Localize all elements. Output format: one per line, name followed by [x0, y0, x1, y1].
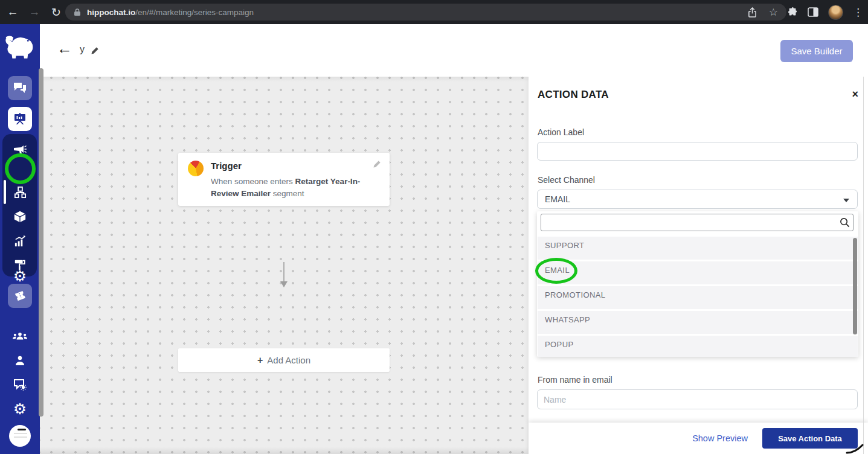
sidebar-marketing-group — [2, 134, 37, 277]
builder-topbar: ← y Save Builder — [40, 24, 868, 77]
panel-title: ACTION DATA — [538, 89, 609, 101]
canvas-scrollbar[interactable] — [39, 68, 43, 417]
save-action-data-button[interactable]: Save Action Data — [762, 428, 858, 449]
extensions-icon[interactable] — [787, 7, 798, 18]
sidebar-item-chat-settings[interactable] — [8, 372, 32, 397]
gear-icon: ⚙ — [13, 401, 27, 417]
edit-trigger-pencil-icon[interactable] — [373, 159, 382, 168]
hippo-logo — [4, 34, 34, 62]
sidebar-item-tickets[interactable] — [8, 284, 32, 308]
url-text: hippochat.io/en/#/marketing/series-campa… — [87, 8, 254, 17]
channel-selected-value: EMAIL — [545, 194, 570, 204]
panel-footer: Show Preview Save Action Data — [529, 423, 868, 454]
browser-reload-icon[interactable]: ↻ — [47, 3, 65, 21]
url-path: /en/#/marketing/series-campaign — [135, 8, 254, 17]
trigger-desc-suffix: segment — [271, 189, 304, 198]
browser-toolbar: ← → ↻ hippochat.io/en/#/marketing/series… — [0, 0, 868, 24]
browser-profile-avatar[interactable] — [828, 5, 843, 20]
search-icon — [840, 217, 850, 228]
option-support[interactable]: SUPPORT — [538, 237, 858, 260]
sidebar-item-settings[interactable]: ⚙ — [8, 397, 32, 421]
option-promotional[interactable]: PROMOTIONAL — [538, 286, 858, 309]
side-panel-icon[interactable] — [808, 7, 818, 17]
sidebar-item-chats[interactable] — [8, 76, 32, 100]
select-channel-label: Select Channel — [538, 175, 595, 185]
sidebar-item-contacts[interactable] — [8, 348, 32, 372]
from-name-input[interactable] — [537, 389, 858, 409]
ticket-icon — [13, 289, 27, 303]
back-button[interactable]: ← — [57, 40, 72, 56]
workflow-icon — [13, 185, 27, 199]
edit-title-pencil-icon[interactable] — [91, 46, 100, 55]
dropdown-scrollbar[interactable] — [853, 238, 857, 334]
trigger-card-description: When someone enters Retarget Year-In-Rev… — [211, 176, 381, 200]
sidebar-item-dashboard[interactable] — [8, 107, 32, 131]
browser-menu-icon[interactable]: ⋮ — [853, 6, 863, 19]
url-domain: hippochat.io — [87, 8, 135, 17]
sidebar-item-broadcast[interactable] — [8, 137, 32, 161]
option-popup[interactable]: POPUP — [538, 336, 858, 357]
trigger-card[interactable]: Trigger When someone enters Retarget Yea… — [178, 153, 390, 206]
app-sidebar: ⚙ ⚙ — [0, 24, 40, 454]
save-builder-button[interactable]: Save Builder — [780, 40, 853, 62]
people-group-icon — [12, 328, 28, 344]
channel-search-input[interactable] — [541, 214, 854, 231]
browser-back-icon[interactable]: ← — [4, 3, 22, 21]
connector-arrow — [277, 262, 291, 289]
action-data-panel: ACTION DATA × Action Label Select Channe… — [529, 77, 868, 423]
from-name-label: From name in email — [538, 375, 612, 385]
presentation-board-icon — [13, 112, 27, 126]
sidebar-item-series-campaign[interactable] — [8, 180, 32, 204]
chat-gear-icon — [13, 377, 27, 392]
cube-icon — [13, 210, 27, 223]
chat-bubbles-icon — [13, 81, 27, 95]
add-action-label: Add Action — [267, 355, 310, 365]
channel-options-list: SUPPORT EMAIL PROMOTIONAL WHATSAPP POPUP — [538, 237, 858, 357]
trigger-card-title: Trigger — [211, 161, 242, 171]
sidebar-item-audience[interactable] — [8, 324, 32, 348]
sidebar-item-packages[interactable] — [8, 205, 32, 229]
panel-right-edge — [863, 77, 864, 454]
person-icon — [13, 353, 27, 368]
address-bar[interactable]: hippochat.io/en/#/marketing/series-campa… — [65, 4, 786, 21]
app-window: ← → ↻ hippochat.io/en/#/marketing/series… — [0, 0, 868, 454]
plus-icon: + — [257, 355, 263, 366]
campaign-title: y — [80, 44, 85, 55]
pie-chart-icon — [188, 161, 204, 176]
gear-icon: ⚙ — [13, 269, 27, 284]
option-email[interactable]: EMAIL — [538, 261, 858, 284]
active-item-indicator — [4, 180, 6, 204]
close-icon[interactable]: × — [852, 89, 858, 100]
browser-forward-icon[interactable]: → — [25, 3, 43, 21]
channel-select[interactable]: EMAIL — [537, 190, 858, 209]
sidebar-item-analytics[interactable] — [8, 229, 32, 253]
megaphone-icon — [13, 142, 27, 156]
trigger-desc-prefix: When someone enters — [211, 177, 295, 186]
add-action-button[interactable]: + Add Action — [178, 348, 390, 372]
show-preview-link[interactable]: Show Preview — [692, 433, 748, 443]
caret-down-icon — [843, 199, 849, 202]
share-icon[interactable] — [748, 7, 757, 18]
action-label-label: Action Label — [538, 127, 584, 137]
channel-dropdown: SUPPORT EMAIL PROMOTIONAL WHATSAPP POPUP — [537, 211, 858, 357]
action-label-input[interactable] — [537, 142, 858, 161]
user-avatar[interactable] — [9, 425, 31, 447]
lock-icon — [74, 8, 81, 16]
bookmark-star-icon[interactable]: ☆ — [769, 6, 778, 19]
growth-chart-icon — [13, 234, 27, 248]
option-whatsapp[interactable]: WHATSAPP — [538, 311, 858, 334]
